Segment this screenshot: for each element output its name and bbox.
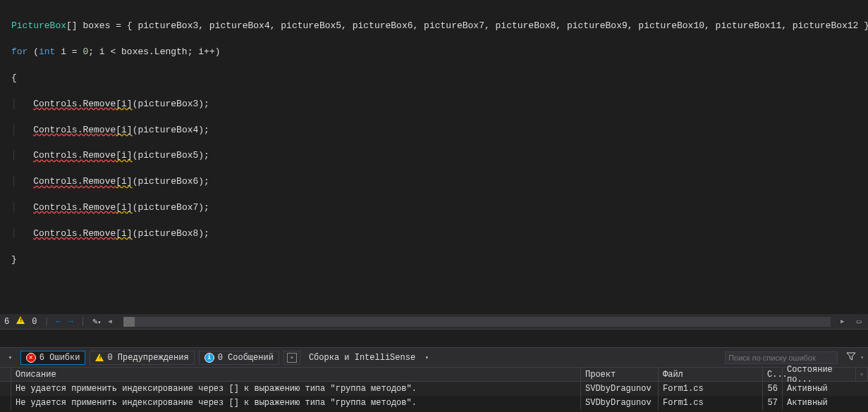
code-line[interactable]: │ Controls.Remove[i](pictureBox4); [11,124,857,137]
code-line[interactable]: { [11,72,857,85]
errorlist-header: Описание Проект Файл С... Состояние по..… [0,368,868,382]
code-line[interactable]: │ Controls.Remove[i](pictureBox3); [11,98,857,111]
error-description: Не удается применить индексирование чере… [11,396,581,410]
error-state: Активный [783,382,868,396]
code-line[interactable]: │ Controls.Remove[i](pictureBox5); [11,149,857,162]
col-project[interactable]: Проект [581,368,659,381]
messages-filter-button[interactable]: i 0 Сообщений [199,351,279,365]
horizontal-scrollbar[interactable] [123,317,831,327]
error-file: Form1.cs [659,382,763,396]
code-line[interactable]: } [11,254,857,266]
code-editor[interactable]: PictureBox[] boxes = { pictureBox3, pict… [0,0,868,314]
error-description: Не удается применить индексирование чере… [11,382,581,396]
nav-forward-icon[interactable]: → [68,317,73,327]
build-filter-button[interactable]: ✶ [283,351,300,365]
nav-back-icon[interactable]: ← [56,317,61,327]
col-file[interactable]: Файл [659,368,763,381]
build-icon: ✶ [287,353,297,363]
panel-gap [0,330,868,348]
error-project: SVDbyDragunov [581,396,659,410]
error-row[interactable]: Не удается применить индексирование чере… [0,382,868,396]
col-description[interactable]: Описание [11,368,581,381]
error-project: SVDbyDragunov [581,382,659,396]
column-filter-icon[interactable] [855,368,868,381]
errors-filter-button[interactable]: ✕ 6 Ошибки [20,351,86,365]
editor-navbar: 6 0 │ ← → │ ✎▾ ◀ ▶ ▭ [0,314,868,330]
error-search-input[interactable] [725,351,838,364]
error-state: Активный [783,396,868,410]
error-icon: ✕ [26,353,36,363]
code-line[interactable]: │ Controls.Remove[i](pictureBox7); [11,201,857,214]
scroll-left-icon[interactable]: ◀ [108,318,111,325]
info-icon: i [204,353,214,363]
scope-dropdown[interactable]: ▾ [4,352,16,363]
error-file: Form1.cs [659,396,763,410]
scroll-right-icon[interactable]: ▶ [838,318,848,325]
code-line[interactable]: PictureBox[] boxes = { pictureBox3, pict… [11,20,857,32]
split-icon[interactable]: ▭ [855,316,864,327]
warnings-filter-button[interactable]: 0 Предупреждения [90,351,194,365]
pen-icon[interactable]: ✎▾ [92,316,101,327]
issues-count: 6 [4,317,9,327]
col-state[interactable]: Состояние по... [783,368,855,381]
error-row[interactable]: Не удается применить индексирование чере… [0,396,868,410]
code-line[interactable]: for (int i = 0; i < boxes.Length; i++) [11,46,857,58]
col-line[interactable]: С... [763,368,783,381]
dropdown-icon[interactable]: ▾ [860,354,864,361]
errorlist-toolbar: ▾ ✕ 6 Ошибки 0 Предупреждения i 0 Сообще… [0,348,868,368]
build-intellisense-dropdown[interactable]: Сборка и IntelliSense ▾ [305,351,433,365]
type-keyword: PictureBox [11,20,66,31]
code-line[interactable]: │ Controls.Remove[i](pictureBox8); [11,227,857,240]
code-line[interactable]: │ Controls.Remove[i](pictureBox6); [11,175,857,188]
col-icon[interactable] [0,368,11,381]
warning-icon [16,316,25,327]
filter-icon[interactable] [846,351,856,364]
warnings-count: 0 [32,317,37,327]
warning-icon [95,354,104,361]
error-line: 56 [763,382,783,396]
error-line: 57 [763,396,783,410]
